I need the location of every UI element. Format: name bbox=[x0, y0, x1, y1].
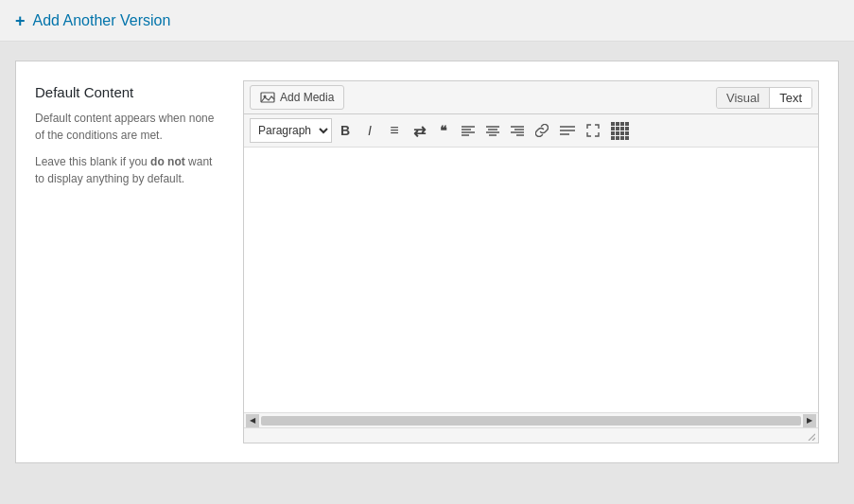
plus-icon: + bbox=[15, 12, 26, 29]
ul-button[interactable]: ≡ bbox=[383, 118, 406, 143]
ol-button[interactable]: ⇄ bbox=[408, 118, 430, 143]
fullscreen-button[interactable] bbox=[582, 118, 604, 143]
kitchen-sink-button[interactable] bbox=[606, 118, 634, 143]
italic-button[interactable]: I bbox=[358, 118, 381, 143]
blockquote-button[interactable]: ❝ bbox=[432, 118, 455, 143]
scroll-track[interactable] bbox=[261, 416, 801, 426]
sidebar-description-2: Leave this blank if you do not want to d… bbox=[35, 153, 224, 187]
editor-area: Add Media Visual Text Paragraph Heading … bbox=[243, 80, 819, 443]
add-another-version-title: Add Another Version bbox=[33, 12, 171, 29]
add-media-label: Add Media bbox=[280, 91, 334, 104]
link-button[interactable] bbox=[531, 118, 553, 143]
resize-handle[interactable] bbox=[805, 430, 816, 442]
main-area: Default Content Default content appears … bbox=[0, 42, 854, 482]
align-right-button[interactable] bbox=[506, 118, 529, 143]
scroll-left-arrow[interactable]: ◀ bbox=[246, 414, 259, 427]
format-toolbar: Paragraph Heading 1 Heading 2 Heading 3 … bbox=[244, 114, 818, 148]
paragraph-select[interactable]: Paragraph Heading 1 Heading 2 Heading 3 bbox=[250, 118, 332, 143]
editor-resize-row bbox=[244, 427, 818, 443]
svg-line-19 bbox=[812, 438, 815, 441]
sidebar-title: Default Content bbox=[35, 84, 224, 100]
tab-text[interactable]: Text bbox=[770, 88, 811, 108]
sidebar: Default Content Default content appears … bbox=[35, 80, 224, 443]
svg-line-18 bbox=[809, 434, 815, 441]
editor-tab-group: Visual Text bbox=[716, 87, 812, 109]
editor-content[interactable] bbox=[244, 148, 818, 412]
editor-top-bar: Add Media Visual Text bbox=[244, 81, 818, 114]
kitchen-sink-icon bbox=[611, 122, 629, 140]
more-button[interactable] bbox=[555, 118, 580, 143]
sidebar-description-1: Default content appears when none of the… bbox=[35, 110, 224, 144]
bold-button[interactable]: B bbox=[334, 118, 357, 143]
top-header: + Add Another Version bbox=[0, 0, 854, 42]
add-media-icon bbox=[260, 90, 275, 105]
align-left-button[interactable] bbox=[457, 118, 479, 143]
scroll-right-arrow[interactable]: ▶ bbox=[803, 414, 816, 427]
content-card: Default Content Default content appears … bbox=[15, 61, 839, 463]
add-media-button[interactable]: Add Media bbox=[250, 85, 344, 110]
align-center-button[interactable] bbox=[481, 118, 504, 143]
tab-visual[interactable]: Visual bbox=[717, 88, 770, 108]
editor-scrollbar: ◀ ▶ bbox=[244, 412, 818, 427]
